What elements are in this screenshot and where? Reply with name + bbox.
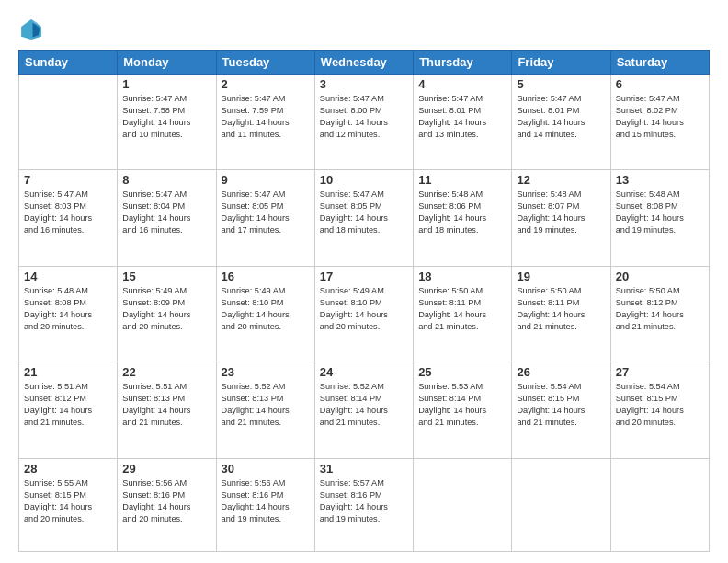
calendar-cell: 3Sunrise: 5:47 AM Sunset: 8:00 PM Daylig…: [314, 75, 413, 170]
calendar-cell: 26Sunrise: 5:54 AM Sunset: 8:15 PM Dayli…: [512, 362, 610, 458]
calendar-cell: 11Sunrise: 5:48 AM Sunset: 8:06 PM Dayli…: [414, 170, 512, 266]
day-number: 7: [24, 173, 112, 187]
calendar-cell: 12Sunrise: 5:48 AM Sunset: 8:07 PM Dayli…: [512, 170, 610, 266]
day-number: 15: [122, 270, 210, 283]
day-number: 10: [320, 173, 408, 187]
cell-content: Sunrise: 5:49 AM Sunset: 8:10 PM Dayligh…: [222, 285, 310, 333]
cell-content: Sunrise: 5:51 AM Sunset: 8:13 PM Dayligh…: [122, 381, 210, 429]
cell-content: Sunrise: 5:48 AM Sunset: 8:07 PM Dayligh…: [517, 189, 605, 236]
cell-content: Sunrise: 5:47 AM Sunset: 8:02 PM Dayligh…: [616, 93, 704, 141]
calendar-cell: 27Sunrise: 5:54 AM Sunset: 8:15 PM Dayli…: [610, 362, 709, 458]
cell-content: Sunrise: 5:50 AM Sunset: 8:11 PM Dayligh…: [517, 285, 605, 333]
calendar-cell: 29Sunrise: 5:56 AM Sunset: 8:16 PM Dayli…: [118, 458, 216, 551]
cell-content: Sunrise: 5:47 AM Sunset: 8:05 PM Dayligh…: [222, 189, 310, 236]
day-number: 27: [616, 365, 704, 379]
cell-content: Sunrise: 5:56 AM Sunset: 8:16 PM Dayligh…: [222, 477, 310, 525]
cell-content: Sunrise: 5:57 AM Sunset: 8:16 PM Dayligh…: [320, 477, 408, 525]
calendar-cell: 22Sunrise: 5:51 AM Sunset: 8:13 PM Dayli…: [118, 362, 216, 458]
calendar-week-row: 28Sunrise: 5:55 AM Sunset: 8:15 PM Dayli…: [19, 458, 710, 551]
day-number: 3: [320, 77, 408, 91]
day-number: 4: [418, 77, 506, 91]
calendar-cell: 8Sunrise: 5:47 AM Sunset: 8:04 PM Daylig…: [118, 170, 216, 266]
cell-content: Sunrise: 5:55 AM Sunset: 8:15 PM Dayligh…: [24, 477, 112, 525]
cell-content: Sunrise: 5:47 AM Sunset: 8:05 PM Dayligh…: [320, 189, 408, 236]
day-number: 22: [122, 365, 210, 379]
calendar-cell: 16Sunrise: 5:49 AM Sunset: 8:10 PM Dayli…: [216, 266, 314, 362]
calendar-header-friday: Friday: [512, 51, 610, 75]
cell-content: Sunrise: 5:49 AM Sunset: 8:10 PM Dayligh…: [320, 285, 408, 333]
calendar-cell: [19, 75, 118, 170]
day-number: 28: [24, 462, 112, 476]
calendar-cell: 14Sunrise: 5:48 AM Sunset: 8:08 PM Dayli…: [19, 266, 118, 362]
cell-content: Sunrise: 5:47 AM Sunset: 8:03 PM Dayligh…: [24, 189, 112, 236]
cell-content: Sunrise: 5:47 AM Sunset: 8:00 PM Dayligh…: [320, 93, 408, 141]
header: [18, 17, 710, 42]
calendar-cell: [610, 458, 709, 551]
day-number: 23: [222, 365, 310, 379]
day-number: 29: [122, 462, 210, 476]
calendar-header-tuesday: Tuesday: [216, 51, 314, 75]
calendar-header-row: SundayMondayTuesdayWednesdayThursdayFrid…: [19, 51, 710, 75]
cell-content: Sunrise: 5:52 AM Sunset: 8:13 PM Dayligh…: [222, 381, 310, 429]
calendar-week-row: 1Sunrise: 5:47 AM Sunset: 7:58 PM Daylig…: [19, 75, 710, 170]
calendar-cell: 21Sunrise: 5:51 AM Sunset: 8:12 PM Dayli…: [19, 362, 118, 458]
cell-content: Sunrise: 5:52 AM Sunset: 8:14 PM Dayligh…: [320, 381, 408, 429]
cell-content: Sunrise: 5:54 AM Sunset: 8:15 PM Dayligh…: [616, 381, 704, 429]
day-number: 19: [517, 270, 605, 283]
calendar-cell: 1Sunrise: 5:47 AM Sunset: 7:58 PM Daylig…: [118, 75, 216, 170]
calendar-cell: 6Sunrise: 5:47 AM Sunset: 8:02 PM Daylig…: [610, 75, 709, 170]
day-number: 5: [517, 77, 605, 91]
calendar-cell: 2Sunrise: 5:47 AM Sunset: 7:59 PM Daylig…: [216, 75, 314, 170]
day-number: 21: [24, 365, 112, 379]
day-number: 13: [616, 173, 704, 187]
day-number: 18: [418, 270, 506, 283]
cell-content: Sunrise: 5:49 AM Sunset: 8:09 PM Dayligh…: [122, 285, 210, 333]
day-number: 6: [616, 77, 704, 91]
calendar-cell: 13Sunrise: 5:48 AM Sunset: 8:08 PM Dayli…: [610, 170, 709, 266]
day-number: 30: [222, 462, 310, 476]
cell-content: Sunrise: 5:56 AM Sunset: 8:16 PM Dayligh…: [122, 477, 210, 525]
day-number: 25: [418, 365, 506, 379]
calendar-cell: [414, 458, 512, 551]
calendar-week-row: 21Sunrise: 5:51 AM Sunset: 8:12 PM Dayli…: [19, 362, 710, 458]
calendar-cell: 19Sunrise: 5:50 AM Sunset: 8:11 PM Dayli…: [512, 266, 610, 362]
day-number: 24: [320, 365, 408, 379]
calendar-cell: 17Sunrise: 5:49 AM Sunset: 8:10 PM Dayli…: [314, 266, 413, 362]
cell-content: Sunrise: 5:47 AM Sunset: 7:59 PM Dayligh…: [222, 93, 310, 141]
calendar-cell: 25Sunrise: 5:53 AM Sunset: 8:14 PM Dayli…: [414, 362, 512, 458]
day-number: 8: [122, 173, 210, 187]
day-number: 2: [222, 77, 310, 91]
cell-content: Sunrise: 5:53 AM Sunset: 8:14 PM Dayligh…: [418, 381, 506, 429]
calendar-header-thursday: Thursday: [414, 51, 512, 75]
cell-content: Sunrise: 5:54 AM Sunset: 8:15 PM Dayligh…: [517, 381, 605, 429]
calendar-week-row: 7Sunrise: 5:47 AM Sunset: 8:03 PM Daylig…: [19, 170, 710, 266]
calendar-cell: 18Sunrise: 5:50 AM Sunset: 8:11 PM Dayli…: [414, 266, 512, 362]
calendar-header-monday: Monday: [118, 51, 216, 75]
calendar-table: SundayMondayTuesdayWednesdayThursdayFrid…: [18, 50, 710, 552]
calendar-header-wednesday: Wednesday: [314, 51, 413, 75]
cell-content: Sunrise: 5:48 AM Sunset: 8:08 PM Dayligh…: [616, 189, 704, 236]
calendar-cell: [512, 458, 610, 551]
calendar-cell: 28Sunrise: 5:55 AM Sunset: 8:15 PM Dayli…: [19, 458, 118, 551]
day-number: 1: [122, 77, 210, 91]
calendar-cell: 23Sunrise: 5:52 AM Sunset: 8:13 PM Dayli…: [216, 362, 314, 458]
calendar-cell: 15Sunrise: 5:49 AM Sunset: 8:09 PM Dayli…: [118, 266, 216, 362]
cell-content: Sunrise: 5:48 AM Sunset: 8:08 PM Dayligh…: [24, 285, 112, 333]
cell-content: Sunrise: 5:51 AM Sunset: 8:12 PM Dayligh…: [24, 381, 112, 429]
cell-content: Sunrise: 5:47 AM Sunset: 7:58 PM Dayligh…: [122, 93, 210, 141]
day-number: 26: [517, 365, 605, 379]
calendar-header-sunday: Sunday: [19, 51, 118, 75]
calendar-cell: 7Sunrise: 5:47 AM Sunset: 8:03 PM Daylig…: [19, 170, 118, 266]
day-number: 20: [616, 270, 704, 283]
cell-content: Sunrise: 5:48 AM Sunset: 8:06 PM Dayligh…: [418, 189, 506, 236]
day-number: 16: [222, 270, 310, 283]
calendar-week-row: 14Sunrise: 5:48 AM Sunset: 8:08 PM Dayli…: [19, 266, 710, 362]
cell-content: Sunrise: 5:47 AM Sunset: 8:04 PM Dayligh…: [122, 189, 210, 236]
calendar-cell: 4Sunrise: 5:47 AM Sunset: 8:01 PM Daylig…: [414, 75, 512, 170]
calendar-cell: 24Sunrise: 5:52 AM Sunset: 8:14 PM Dayli…: [314, 362, 413, 458]
cell-content: Sunrise: 5:47 AM Sunset: 8:01 PM Dayligh…: [517, 93, 605, 141]
day-number: 17: [320, 270, 408, 283]
logo-icon: [18, 17, 44, 42]
cell-content: Sunrise: 5:50 AM Sunset: 8:11 PM Dayligh…: [418, 285, 506, 333]
calendar-cell: 20Sunrise: 5:50 AM Sunset: 8:12 PM Dayli…: [610, 266, 709, 362]
